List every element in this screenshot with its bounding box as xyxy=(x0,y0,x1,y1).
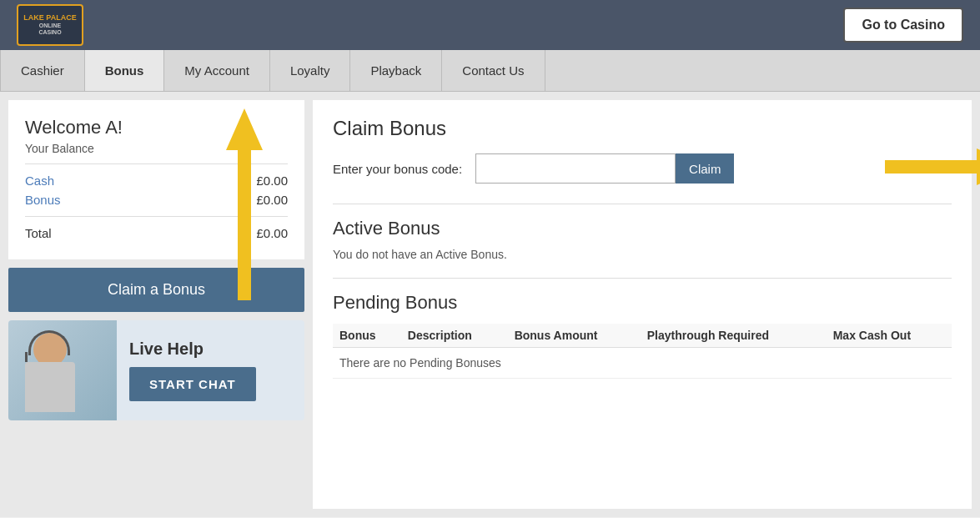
col-playthrough: Playthrough Required xyxy=(641,324,827,348)
no-pending-row: There are no Pending Bonuses xyxy=(333,348,952,379)
content-panel: Claim Bonus Enter your bonus code: Claim… xyxy=(313,100,972,509)
nav-item-contact-us[interactable]: Contact Us xyxy=(442,50,545,91)
col-description: Description xyxy=(401,324,508,348)
header: LAKE PALACE ONLINE CASINO Go to Casino xyxy=(0,0,980,50)
right-arrow-icon xyxy=(885,148,980,189)
headset-mic-icon xyxy=(25,352,28,362)
person-body xyxy=(25,362,75,412)
nav-item-loyalty[interactable]: Loyalty xyxy=(270,50,351,91)
active-bonus-title: Active Bonus xyxy=(333,218,952,239)
col-bonus: Bonus xyxy=(333,324,401,348)
logo-line1: LAKE PALACE xyxy=(23,13,76,23)
section-divider-1 xyxy=(333,204,952,204)
col-max-cash-out: Max Cash Out xyxy=(827,324,952,348)
live-help-content: Live Help START CHAT xyxy=(117,331,304,410)
col-bonus-amount: Bonus Amount xyxy=(508,324,641,348)
logo: LAKE PALACE ONLINE CASINO xyxy=(17,4,83,46)
live-help-image xyxy=(8,320,117,420)
navigation: Cashier Bonus My Account Loyalty Playbac… xyxy=(0,50,980,92)
nav-item-bonus[interactable]: Bonus xyxy=(85,50,165,91)
live-help-panel: Live Help START CHAT xyxy=(8,320,304,420)
bonus-code-input[interactable] xyxy=(475,153,676,184)
pending-bonus-title: Pending Bonus xyxy=(333,292,952,314)
total-label: Total xyxy=(25,226,52,240)
bonus-label: Bonus xyxy=(25,193,61,207)
up-arrow-icon xyxy=(226,108,263,300)
nav-item-cashier[interactable]: Cashier xyxy=(0,50,85,91)
arrow-left-icon xyxy=(885,148,980,185)
enter-code-label: Enter your bonus code: xyxy=(333,162,462,176)
table-header-row: Bonus Description Bonus Amount Playthrou… xyxy=(333,324,952,348)
claim-button[interactable]: Claim xyxy=(676,153,734,184)
start-chat-button[interactable]: START CHAT xyxy=(129,367,256,401)
headset-icon xyxy=(28,330,70,355)
section-divider-2 xyxy=(333,278,952,279)
sidebar: Welcome A! Your Balance Cash £0.00 Bonus… xyxy=(8,100,304,509)
pending-bonus-table: Bonus Description Bonus Amount Playthrou… xyxy=(333,324,952,379)
live-help-title: Live Help xyxy=(129,339,292,359)
cash-label: Cash xyxy=(25,174,54,188)
main-content: Welcome A! Your Balance Cash £0.00 Bonus… xyxy=(0,92,980,517)
svg-marker-0 xyxy=(226,108,263,300)
svg-marker-1 xyxy=(885,148,980,185)
claim-bonus-row: Enter your bonus code: Claim xyxy=(333,153,952,184)
logo-line3: CASINO xyxy=(38,29,61,36)
logo-box: LAKE PALACE ONLINE CASINO xyxy=(17,4,83,46)
no-active-bonus-text: You do not have an Active Bonus. xyxy=(333,248,952,261)
go-to-casino-button[interactable]: Go to Casino xyxy=(843,8,963,43)
no-pending-text: There are no Pending Bonuses xyxy=(333,348,952,379)
claim-bonus-title: Claim Bonus xyxy=(333,117,952,140)
nav-item-playback[interactable]: Playback xyxy=(350,50,442,91)
welcome-panel: Welcome A! Your Balance Cash £0.00 Bonus… xyxy=(8,100,304,259)
nav-item-my-account[interactable]: My Account xyxy=(164,50,270,91)
logo-line2: ONLINE xyxy=(39,23,61,29)
